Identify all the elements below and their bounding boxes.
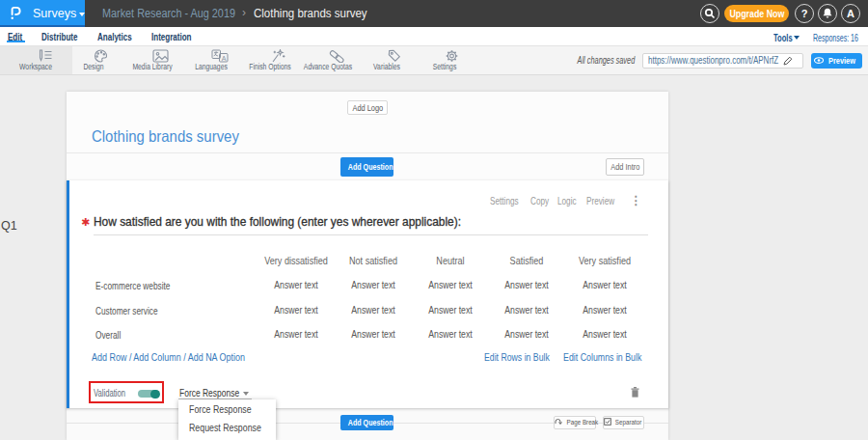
svg-text:A: A [222, 55, 227, 62]
